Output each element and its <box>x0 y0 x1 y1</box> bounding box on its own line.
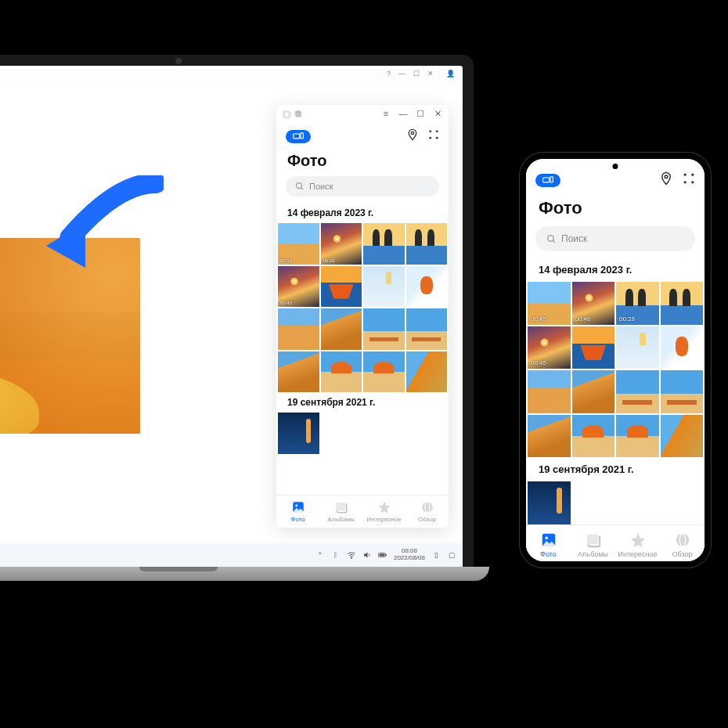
maximize-icon[interactable]: ☐ <box>413 70 420 77</box>
nav-interesting[interactable]: Интересное <box>615 525 660 562</box>
thumb[interactable] <box>406 266 448 308</box>
nav-overview[interactable]: Обзор <box>660 525 705 562</box>
thumb[interactable] <box>278 351 319 393</box>
date-header-2: 19 сентября 2021 г. <box>526 457 705 481</box>
multiscreen-pill[interactable] <box>535 174 560 187</box>
svg-point-25 <box>691 181 694 183</box>
thumb[interactable] <box>363 266 405 308</box>
thumb[interactable] <box>661 326 704 369</box>
svg-rect-18 <box>379 554 384 557</box>
nav-albums[interactable]: Альбомы <box>319 496 362 528</box>
nav-interesting[interactable]: Интересное <box>362 496 405 528</box>
thumb[interactable] <box>661 282 704 325</box>
minimize-icon[interactable]: — <box>398 70 405 77</box>
photos-icon <box>540 532 557 549</box>
thumb[interactable] <box>363 223 405 265</box>
svg-point-13 <box>422 502 433 513</box>
location-icon[interactable] <box>406 128 419 144</box>
phone-mirror-window[interactable]: ▢ ⧉ ≡ — ☐ ✕ <box>276 105 449 528</box>
thumb[interactable] <box>528 415 571 458</box>
thumb[interactable]: 00:45 <box>278 266 319 308</box>
thumb[interactable] <box>406 308 448 350</box>
date-header-1: 14 февраля 2023 г. <box>526 258 705 282</box>
drag-arrow-icon <box>38 175 164 285</box>
thumb[interactable] <box>528 370 571 413</box>
thumb-grid-2 <box>276 413 449 454</box>
thumb[interactable]: 00:54 <box>278 223 319 265</box>
desktop-app-window: ? — ☐ ✕ 👤 <box>0 66 463 567</box>
mirror-minimize-icon[interactable]: — <box>398 109 408 118</box>
thumb[interactable] <box>616 415 659 458</box>
svg-point-24 <box>684 181 687 183</box>
tray-chevron-icon[interactable]: ⌃ <box>315 550 325 560</box>
svg-point-22 <box>684 174 687 176</box>
battery-icon[interactable] <box>378 550 387 560</box>
help-icon[interactable]: ? <box>387 70 391 77</box>
thumb[interactable] <box>616 370 659 413</box>
notifications-icon[interactable]: ▢ <box>447 550 456 560</box>
nav-albums[interactable]: Альбомы <box>571 525 615 562</box>
thumb[interactable] <box>661 370 704 413</box>
nav-photos[interactable]: Фото <box>276 496 319 528</box>
volume-icon[interactable] <box>362 550 372 560</box>
thumb[interactable]: 00:26 <box>321 223 362 265</box>
thumb[interactable]: 00:28 <box>616 282 659 325</box>
search-icon <box>546 234 557 244</box>
svg-rect-1 <box>301 132 304 138</box>
svg-rect-12 <box>336 503 345 511</box>
multiscreen-pill[interactable] <box>286 130 311 143</box>
svg-point-29 <box>545 536 548 539</box>
thumb[interactable] <box>406 223 448 265</box>
thumb[interactable] <box>363 351 405 393</box>
bluetooth-icon[interactable]: ᛒ <box>331 550 341 560</box>
svg-line-8 <box>301 188 304 190</box>
input-icon[interactable]: ▯ <box>431 550 441 560</box>
thumb[interactable] <box>321 351 362 393</box>
location-icon[interactable] <box>659 171 673 189</box>
user-icon[interactable]: 👤 <box>446 70 455 77</box>
mirror-close-icon[interactable]: ✕ <box>433 109 442 118</box>
more-grid-icon[interactable] <box>428 129 439 143</box>
thumb[interactable] <box>406 351 448 393</box>
svg-rect-20 <box>550 176 553 182</box>
wifi-icon[interactable] <box>347 550 356 560</box>
search-icon <box>295 182 305 191</box>
svg-point-26 <box>548 235 554 241</box>
thumb[interactable] <box>572 326 615 369</box>
thumb[interactable]: 00:45 <box>528 282 571 325</box>
thumb[interactable]: 00:45 <box>528 326 571 369</box>
thumb[interactable] <box>363 308 405 350</box>
laptop-device: ? — ☐ ✕ 👤 <box>0 55 474 581</box>
bottom-nav: Фото Альбомы Интересное <box>276 495 449 528</box>
nav-photos[interactable]: Фото <box>526 525 571 562</box>
gallery-title: Фото <box>276 147 449 176</box>
thumb[interactable]: 00:46 <box>572 282 615 325</box>
thumb[interactable] <box>661 415 704 458</box>
taskbar: ⌃ ᛒ 08:08 2022/08/08 ▯ ▢ <box>0 543 463 567</box>
search-input[interactable]: Поиск <box>286 176 439 196</box>
svg-point-23 <box>691 174 694 176</box>
mirror-new-window-icon[interactable]: ⧉ <box>295 109 301 119</box>
thumb[interactable] <box>572 370 615 413</box>
thumb[interactable] <box>572 415 615 458</box>
gallery-title: Фото <box>526 192 705 226</box>
close-icon[interactable]: ✕ <box>427 70 434 77</box>
thumb[interactable] <box>528 481 571 524</box>
mirror-menu-icon[interactable]: ≡ <box>381 109 391 118</box>
laptop-screen: ? — ☐ ✕ 👤 <box>0 66 463 567</box>
thumb[interactable] <box>278 308 319 350</box>
mirror-maximize-icon[interactable]: ☐ <box>416 109 425 118</box>
taskbar-clock[interactable]: 08:08 2022/08/08 <box>394 548 425 562</box>
svg-rect-0 <box>294 134 300 139</box>
thumb[interactable] <box>321 308 362 350</box>
phone-screen: Фото Поиск 14 февраля 2023 г. 00:45 00:4… <box>526 159 705 561</box>
thumb[interactable] <box>616 326 659 369</box>
svg-point-6 <box>436 137 438 139</box>
more-grid-icon[interactable] <box>683 172 695 188</box>
svg-rect-31 <box>586 534 598 544</box>
thumb-grid-1: 00:54 00:26 00:45 <box>276 223 449 392</box>
search-input[interactable]: Поиск <box>535 226 695 251</box>
nav-overview[interactable]: Обзор <box>405 496 449 528</box>
thumb[interactable] <box>278 413 319 454</box>
thumb[interactable] <box>321 266 362 308</box>
